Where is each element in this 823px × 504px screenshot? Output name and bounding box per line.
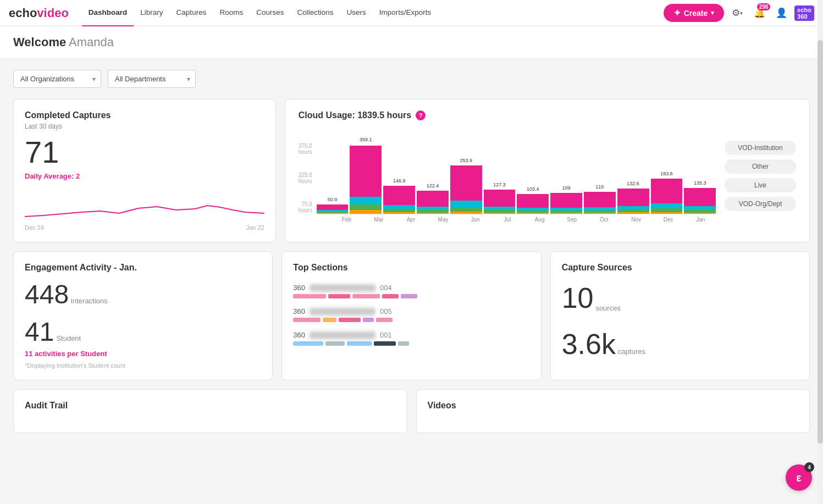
sparkline: [25, 189, 264, 222]
bars-container: 50.9359.1146.9122.4253.9127.3103.4109115…: [317, 137, 716, 214]
nav-link-captures[interactable]: Captures: [170, 0, 213, 26]
org-filter[interactable]: All Organizations: [13, 70, 101, 88]
top-sections-card: Top Sections 360004360005360001: [281, 251, 541, 380]
student-row: 41 Student: [25, 319, 261, 345]
user-profile-button[interactable]: 👤: [772, 4, 790, 22]
section-suffix: 004: [380, 284, 392, 292]
x-label-feb: Feb: [332, 217, 362, 223]
sources-count: 10: [562, 282, 594, 314]
y-axis: 375.0hours 225.0hours 75.0hours: [299, 143, 312, 214]
settings-button[interactable]: ⚙ ▾: [728, 4, 746, 22]
legend-item-other[interactable]: Other: [725, 159, 796, 174]
legend-item-vod-org-dept[interactable]: VOD-Org/Dept: [725, 197, 796, 211]
section-title-row: 360001: [293, 331, 529, 339]
bar-segment: [450, 207, 482, 212]
nav-link-library[interactable]: Library: [134, 0, 169, 26]
sources-label: sources: [595, 304, 621, 312]
section-blurred-name: [310, 331, 375, 339]
bar-segment: [584, 213, 616, 214]
completed-captures-subtitle: Last 30 days: [25, 123, 264, 130]
bar-value-label: 50.9: [317, 197, 349, 202]
x-label-sep: Sep: [556, 217, 587, 223]
section-item-2: 360001: [293, 331, 529, 346]
scrollbar[interactable]: [818, 0, 823, 504]
bar-segment: [684, 213, 716, 214]
section-title-row: 360005: [293, 307, 529, 315]
org-filter-wrapper: All Organizations: [13, 70, 101, 88]
dept-filter[interactable]: All Departments: [108, 70, 196, 88]
x-label-jan: Jan: [686, 217, 716, 223]
engagement-card: Engagement Activity - Jan. 448 interacti…: [13, 251, 273, 380]
bar-group-dec: 183.6: [651, 179, 683, 214]
nav-link-imports-exports[interactable]: Imports/Exports: [373, 0, 438, 26]
user-icon: 👤: [776, 7, 787, 19]
cloud-usage-card: Cloud Usage: 1839.5 hours ? 375.0hours 2…: [285, 99, 810, 242]
bar-segment: [383, 205, 415, 209]
section-suffix: 005: [380, 307, 392, 315]
y-label-top: 375.0hours: [299, 143, 312, 155]
y-label-mid: 225.0hours: [299, 172, 312, 184]
section-bar-piece: [293, 294, 326, 298]
legend-item-vod-institution[interactable]: VOD-Institution: [725, 141, 796, 155]
echo360-badge[interactable]: echo360: [794, 5, 814, 21]
bar-segment: [450, 212, 482, 214]
bar-value-label: 115: [584, 184, 616, 190]
bar-group-apr: 146.9: [383, 186, 415, 214]
dept-filter-wrapper: All Departments: [108, 70, 196, 88]
logo[interactable]: echovideo: [9, 6, 69, 20]
section-item-0: 360004: [293, 284, 529, 298]
bar-group-jan: 135.3: [684, 188, 716, 214]
sections-list: 360004360005360001: [293, 284, 529, 346]
nav-link-dashboard[interactable]: Dashboard: [82, 0, 134, 26]
nav-link-courses[interactable]: Courses: [250, 0, 290, 26]
x-labels: FebMarAprMayJunJulAugSepOctNovDecJan: [332, 217, 716, 223]
settings-chevron: ▾: [740, 10, 743, 16]
bar-group-sep: 109: [550, 193, 582, 214]
bar-segment: [617, 212, 649, 214]
sparkline-labels: Dec 24 Jan 22: [25, 224, 264, 231]
nav-links: DashboardLibraryCapturesRoomsCoursesColl…: [82, 0, 664, 26]
section-suffix: 001: [380, 331, 392, 339]
help-icon[interactable]: ?: [416, 110, 426, 120]
bar-segment: [484, 190, 516, 207]
user-name: Amanda: [69, 35, 114, 49]
audit-trail-card: Audit Trail: [13, 389, 407, 433]
chevron-down-icon: ▾: [711, 9, 714, 16]
section-bar-piece: [382, 294, 399, 298]
legend-item-live[interactable]: Live: [725, 178, 796, 192]
y-label-bot: 75.0hours: [299, 201, 312, 213]
bar-segment: [317, 213, 349, 214]
daily-average: Daily Average: 2: [25, 172, 264, 180]
section-bar-row: [293, 318, 529, 322]
engagement-title: Engagement Activity - Jan.: [25, 263, 261, 273]
capture-sources-card: Capture Sources 10 sources 3.6k captures: [550, 251, 810, 380]
section-bar-piece: [293, 341, 323, 346]
bar-group-nov: 132.6: [617, 189, 649, 214]
create-label: Create: [684, 9, 708, 18]
nav-link-collections[interactable]: Collections: [290, 0, 340, 26]
videos-card: Videos: [416, 389, 810, 433]
bar-value-label: 127.3: [484, 182, 516, 187]
row-2: Engagement Activity - Jan. 448 interacti…: [13, 251, 810, 380]
completed-captures-count: 71: [25, 137, 264, 168]
nav-link-rooms[interactable]: Rooms: [213, 0, 250, 26]
bar-segment: [450, 201, 482, 207]
x-label-dec: Dec: [653, 217, 684, 223]
notifications-button[interactable]: 🔔 298: [750, 4, 768, 22]
bar-segment: [651, 212, 683, 214]
disclaimer: *Displaying institution's Student count: [25, 362, 261, 369]
bar-segment: [517, 194, 549, 208]
student-count: 41: [25, 319, 54, 345]
cloud-usage-title: Cloud Usage: 1839.5 hours ?: [299, 110, 796, 120]
completed-captures-title: Completed Captures: [25, 110, 264, 120]
section-bar-piece: [328, 294, 350, 298]
nav-link-users[interactable]: Users: [340, 0, 372, 26]
chat-widget[interactable]: ε 4: [786, 464, 812, 491]
date-end: Jan 22: [246, 224, 264, 231]
create-button[interactable]: ✦ Create ▾: [664, 4, 725, 22]
bar-value-label: 132.6: [617, 181, 649, 186]
bar-value-label: 253.9: [450, 158, 482, 163]
scrollbar-thumb[interactable]: [818, 40, 823, 444]
bar-group-mar: 359.1: [350, 146, 382, 214]
x-label-mar: Mar: [363, 217, 394, 223]
